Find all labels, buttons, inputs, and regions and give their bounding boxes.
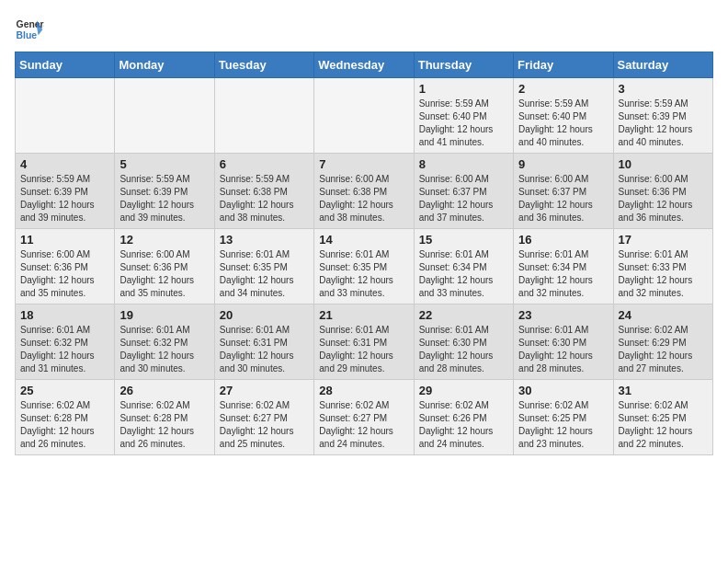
day-info: Sunrise: 5:59 AM Sunset: 6:40 PM Dayligh… (518, 98, 608, 149)
calendar-cell: 16Sunrise: 6:01 AM Sunset: 6:34 PM Dayli… (514, 229, 613, 304)
calendar-week-2: 4Sunrise: 5:59 AM Sunset: 6:39 PM Daylig… (16, 154, 713, 229)
calendar-header-thursday: Thursday (414, 52, 513, 78)
day-number: 10 (619, 157, 708, 171)
calendar-table: SundayMondayTuesdayWednesdayThursdayFrid… (15, 52, 713, 455)
calendar-cell (115, 78, 214, 154)
page-header: General Blue (15, 15, 713, 44)
calendar-week-3: 11Sunrise: 6:00 AM Sunset: 6:36 PM Dayli… (16, 229, 713, 304)
calendar-cell: 14Sunrise: 6:01 AM Sunset: 6:35 PM Dayli… (314, 229, 414, 304)
svg-text:Blue: Blue (17, 30, 38, 40)
calendar-cell: 25Sunrise: 6:02 AM Sunset: 6:28 PM Dayli… (16, 380, 115, 455)
day-number: 17 (619, 233, 708, 247)
calendar-cell: 23Sunrise: 6:01 AM Sunset: 6:30 PM Dayli… (514, 304, 613, 380)
day-info: Sunrise: 6:01 AM Sunset: 6:32 PM Dayligh… (119, 324, 209, 375)
day-info: Sunrise: 6:00 AM Sunset: 6:37 PM Dayligh… (419, 173, 508, 224)
calendar-header-monday: Monday (115, 52, 214, 78)
day-number: 27 (220, 384, 309, 397)
day-number: 13 (220, 233, 309, 247)
day-info: Sunrise: 6:01 AM Sunset: 6:30 PM Dayligh… (419, 324, 508, 375)
calendar-header-sunday: Sunday (16, 52, 115, 78)
day-number: 23 (518, 308, 608, 322)
calendar-cell: 7Sunrise: 6:00 AM Sunset: 6:38 PM Daylig… (314, 154, 414, 229)
day-info: Sunrise: 6:02 AM Sunset: 6:25 PM Dayligh… (619, 399, 708, 451)
day-info: Sunrise: 6:00 AM Sunset: 6:36 PM Dayligh… (119, 248, 209, 300)
day-info: Sunrise: 6:01 AM Sunset: 6:35 PM Dayligh… (319, 248, 408, 300)
calendar-week-5: 25Sunrise: 6:02 AM Sunset: 6:28 PM Dayli… (16, 380, 713, 455)
day-info: Sunrise: 5:59 AM Sunset: 6:39 PM Dayligh… (119, 173, 209, 224)
day-info: Sunrise: 5:59 AM Sunset: 6:40 PM Dayligh… (419, 98, 508, 149)
calendar-cell: 30Sunrise: 6:02 AM Sunset: 6:25 PM Dayli… (514, 380, 613, 455)
day-info: Sunrise: 6:02 AM Sunset: 6:29 PM Dayligh… (619, 324, 708, 375)
day-number: 30 (518, 384, 608, 397)
logo-icon: General Blue (15, 15, 44, 44)
day-number: 5 (119, 157, 209, 171)
day-info: Sunrise: 6:00 AM Sunset: 6:38 PM Dayligh… (319, 173, 408, 224)
day-number: 22 (419, 308, 508, 322)
calendar-cell: 19Sunrise: 6:01 AM Sunset: 6:32 PM Dayli… (115, 304, 214, 380)
calendar-week-1: 1Sunrise: 5:59 AM Sunset: 6:40 PM Daylig… (16, 78, 713, 154)
day-info: Sunrise: 6:01 AM Sunset: 6:30 PM Dayligh… (518, 324, 608, 375)
day-number: 28 (319, 384, 408, 397)
day-info: Sunrise: 6:01 AM Sunset: 6:35 PM Dayligh… (220, 248, 309, 300)
day-info: Sunrise: 6:02 AM Sunset: 6:27 PM Dayligh… (319, 399, 408, 451)
calendar-cell: 2Sunrise: 5:59 AM Sunset: 6:40 PM Daylig… (514, 78, 613, 154)
day-number: 25 (20, 384, 109, 397)
day-number: 9 (518, 157, 608, 171)
day-info: Sunrise: 5:59 AM Sunset: 6:39 PM Dayligh… (619, 98, 708, 149)
day-info: Sunrise: 6:01 AM Sunset: 6:31 PM Dayligh… (319, 324, 408, 375)
calendar-cell: 1Sunrise: 5:59 AM Sunset: 6:40 PM Daylig… (414, 78, 513, 154)
day-number: 26 (119, 384, 209, 397)
calendar-cell: 6Sunrise: 5:59 AM Sunset: 6:38 PM Daylig… (214, 154, 313, 229)
day-info: Sunrise: 6:02 AM Sunset: 6:28 PM Dayligh… (20, 399, 109, 451)
calendar-cell: 27Sunrise: 6:02 AM Sunset: 6:27 PM Dayli… (214, 380, 313, 455)
day-number: 4 (20, 157, 109, 171)
day-number: 14 (319, 233, 408, 247)
calendar-cell: 17Sunrise: 6:01 AM Sunset: 6:33 PM Dayli… (613, 229, 712, 304)
calendar-cell: 12Sunrise: 6:00 AM Sunset: 6:36 PM Dayli… (115, 229, 214, 304)
day-number: 20 (220, 308, 309, 322)
calendar-cell: 29Sunrise: 6:02 AM Sunset: 6:26 PM Dayli… (414, 380, 513, 455)
day-number: 15 (419, 233, 508, 247)
calendar-cell: 8Sunrise: 6:00 AM Sunset: 6:37 PM Daylig… (414, 154, 513, 229)
day-info: Sunrise: 6:02 AM Sunset: 6:26 PM Dayligh… (419, 399, 508, 451)
calendar-cell: 13Sunrise: 6:01 AM Sunset: 6:35 PM Dayli… (214, 229, 313, 304)
calendar-cell: 10Sunrise: 6:00 AM Sunset: 6:36 PM Dayli… (613, 154, 712, 229)
calendar-cell: 24Sunrise: 6:02 AM Sunset: 6:29 PM Dayli… (613, 304, 712, 380)
day-info: Sunrise: 6:00 AM Sunset: 6:36 PM Dayligh… (20, 248, 109, 300)
day-info: Sunrise: 5:59 AM Sunset: 6:38 PM Dayligh… (220, 173, 309, 224)
calendar-header-row: SundayMondayTuesdayWednesdayThursdayFrid… (16, 52, 713, 78)
calendar-cell: 22Sunrise: 6:01 AM Sunset: 6:30 PM Dayli… (414, 304, 513, 380)
day-info: Sunrise: 6:01 AM Sunset: 6:32 PM Dayligh… (20, 324, 109, 375)
day-info: Sunrise: 6:01 AM Sunset: 6:34 PM Dayligh… (419, 248, 508, 300)
day-number: 6 (220, 157, 309, 171)
calendar-cell: 9Sunrise: 6:00 AM Sunset: 6:37 PM Daylig… (514, 154, 613, 229)
calendar-cell: 11Sunrise: 6:00 AM Sunset: 6:36 PM Dayli… (16, 229, 115, 304)
day-number: 12 (119, 233, 209, 247)
day-number: 21 (319, 308, 408, 322)
calendar-cell (16, 78, 115, 154)
day-number: 24 (619, 308, 708, 322)
day-info: Sunrise: 6:00 AM Sunset: 6:36 PM Dayligh… (619, 173, 708, 224)
day-number: 7 (319, 157, 408, 171)
calendar-header-wednesday: Wednesday (314, 52, 414, 78)
calendar-cell (314, 78, 414, 154)
logo: General Blue (15, 15, 48, 44)
day-number: 18 (20, 308, 109, 322)
day-info: Sunrise: 6:02 AM Sunset: 6:25 PM Dayligh… (518, 399, 608, 451)
calendar-cell: 31Sunrise: 6:02 AM Sunset: 6:25 PM Dayli… (613, 380, 712, 455)
day-number: 2 (518, 82, 608, 96)
day-number: 29 (419, 384, 508, 397)
calendar-cell: 3Sunrise: 5:59 AM Sunset: 6:39 PM Daylig… (613, 78, 712, 154)
calendar-week-4: 18Sunrise: 6:01 AM Sunset: 6:32 PM Dayli… (16, 304, 713, 380)
calendar-header-friday: Friday (514, 52, 613, 78)
day-number: 8 (419, 157, 508, 171)
day-info: Sunrise: 6:02 AM Sunset: 6:27 PM Dayligh… (220, 399, 309, 451)
day-info: Sunrise: 6:01 AM Sunset: 6:33 PM Dayligh… (619, 248, 708, 300)
calendar-cell: 26Sunrise: 6:02 AM Sunset: 6:28 PM Dayli… (115, 380, 214, 455)
day-info: Sunrise: 6:01 AM Sunset: 6:34 PM Dayligh… (518, 248, 608, 300)
day-info: Sunrise: 6:01 AM Sunset: 6:31 PM Dayligh… (220, 324, 309, 375)
day-info: Sunrise: 6:02 AM Sunset: 6:28 PM Dayligh… (119, 399, 209, 451)
day-number: 16 (518, 233, 608, 247)
day-number: 19 (119, 308, 209, 322)
day-number: 31 (619, 384, 708, 397)
